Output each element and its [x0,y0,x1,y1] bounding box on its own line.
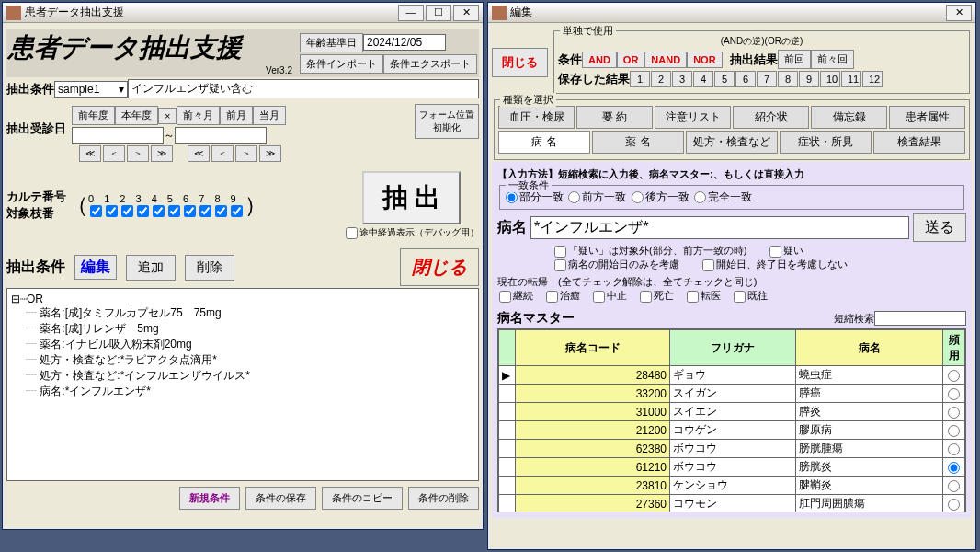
debug-checkbox[interactable] [346,227,358,239]
tab-薬 名[interactable]: 薬 名 [592,131,684,154]
nav-next-from[interactable]: ＞ [127,145,149,162]
condition-desc[interactable]: インフルエンザ疑い含む [128,79,479,98]
nav-prev-to[interactable]: ＜ [211,145,234,162]
tab-検査結果[interactable]: 検査結果 [873,131,965,154]
karte-chk-0[interactable] [90,205,102,217]
freq-radio[interactable] [948,407,960,419]
titlebar[interactable]: 患者データ抽出支援 — ☐ ✕ [3,3,483,23]
saved-slot-8[interactable]: 8 [778,71,798,87]
freq-radio[interactable] [948,480,960,492]
karte-chk-6[interactable] [184,205,196,217]
nav-next-to[interactable]: ＞ [235,145,257,162]
nand-button[interactable]: NAND [644,52,687,68]
tenki-治癒[interactable]: 治癒 [544,290,580,301]
clear-date-button[interactable]: × [158,108,177,124]
chk-suspect[interactable]: 疑い [768,245,803,256]
chk-suspect-exclude[interactable]: 「疑い」は対象外(部分、前方一致の時) [553,245,746,256]
chk-start-only[interactable]: 病名の開始日のみを考慮 [553,259,679,270]
tree-item[interactable]: ┈ 病名:*インフルエンザ* [26,384,474,399]
maximize-button[interactable]: ☐ [426,5,451,21]
saved-slot-3[interactable]: 3 [672,71,692,87]
saved-slot-9[interactable]: 9 [799,71,819,87]
saved-slot-5[interactable]: 5 [714,71,735,87]
table-row[interactable]: 21200コウゲン膠原病 [499,421,965,440]
table-row[interactable]: 23810ケンショウ腱鞘炎 [499,477,965,495]
condition-select[interactable]: sample1▾ [54,81,128,98]
table-row[interactable]: 62380ボウコウ膀胱腫瘍 [499,440,965,458]
chk-ignore-dates[interactable]: 開始日、終了日を考慮しない [701,259,848,270]
tree-item[interactable]: ┈ 薬名:[成]タミフルカプセル75 75mg [26,305,474,321]
freq-radio[interactable] [948,462,960,474]
tenki-継続[interactable]: 継続 [497,290,533,301]
condition-tree[interactable]: ⊟┈OR ┈ 薬名:[成]タミフルカプセル75 75mg┈ 薬名:[成]リレンザ… [6,288,479,481]
copy-cond-button[interactable]: 条件のコピー [322,487,403,510]
match-opt-2[interactable]: 後方一致 [630,190,689,203]
export-button[interactable]: 条件エクスポート [383,54,477,74]
karte-chk-5[interactable] [168,205,180,217]
prev2-month-button[interactable]: 前々月 [177,106,220,125]
freq-radio[interactable] [948,425,960,437]
tab-備忘録[interactable]: 備忘録 [811,106,887,129]
nav-prev-from[interactable]: ＜ [103,145,125,162]
match-opt-0[interactable]: 部分一致 [504,190,564,203]
form-reset-button[interactable]: フォーム位置 初期化 [415,104,479,139]
tenki-死亡[interactable]: 死亡 [638,290,674,301]
saved-slot-11[interactable]: 11 [841,71,861,87]
tree-root[interactable]: ⊟┈OR [11,293,474,305]
table-row[interactable]: 31000スイエン膵炎 [499,403,965,421]
close-button-edit[interactable]: ✕ [946,5,972,21]
nav-first-to[interactable]: ≪ [188,145,210,162]
tab-症状・所見[interactable]: 症状・所見 [780,131,872,154]
send-button[interactable]: 送る [913,213,966,242]
freq-radio[interactable] [948,370,960,382]
nav-last-to[interactable]: ≫ [259,145,281,162]
tab-要 約[interactable]: 要 約 [576,106,653,129]
and-button[interactable]: AND [582,52,617,68]
match-opt-3[interactable]: 完全一致 [692,190,752,203]
tree-item[interactable]: ┈ 薬名:イナビル吸入粉末剤20mg [26,337,474,352]
tenki-中止[interactable]: 中止 [591,290,627,301]
date-to[interactable] [175,127,267,144]
disease-input[interactable]: *インフルエンザ* [530,216,909,239]
freq-radio[interactable] [948,499,960,511]
saved-slot-10[interactable]: 10 [820,71,840,87]
nor-button[interactable]: NOR [687,52,722,68]
new-cond-button[interactable]: 新規条件 [179,487,240,510]
tab-病 名[interactable]: 病 名 [498,131,590,154]
minimize-button[interactable]: — [398,5,424,21]
th-kana[interactable]: フリガナ [670,330,796,366]
prev-year-button[interactable]: 前年度 [72,106,115,125]
saved-slot-12[interactable]: 12 [862,71,883,87]
tree-item[interactable]: ┈ 処方・検査など:*インフルエンザウイルス* [26,368,474,384]
karte-chk-3[interactable] [137,205,149,217]
prev2-button[interactable]: 前々回 [811,50,854,69]
tree-item[interactable]: ┈ 薬名:[成]リレンザ 5mg [26,321,474,337]
titlebar-edit[interactable]: 編集 ✕ [488,3,975,23]
karte-chk-2[interactable] [121,205,133,217]
karte-chk-8[interactable] [215,205,227,217]
tab-紹介状[interactable]: 紹介状 [733,106,809,129]
table-row[interactable]: 27360コウモン肛門周囲膿瘍 [499,495,965,513]
add-button[interactable]: 追加 [126,255,176,281]
nav-first-from[interactable]: ≪ [79,145,101,162]
saved-slot-7[interactable]: 7 [757,71,777,87]
karte-chk-4[interactable] [153,205,165,217]
close-button-big[interactable]: 閉じる [400,248,479,286]
or-button[interactable]: OR [617,52,645,68]
date-from[interactable] [72,127,164,144]
karte-chk-1[interactable] [106,205,118,217]
this-year-button[interactable]: 本年度 [115,106,158,125]
save-cond-button[interactable]: 条件の保存 [245,487,316,510]
saved-slot-2[interactable]: 2 [651,71,671,87]
tab-注意リスト[interactable]: 注意リスト [655,106,731,129]
match-opt-1[interactable]: 前方一致 [566,190,626,203]
tab-血圧・検尿[interactable]: 血圧・検尿 [498,106,575,129]
prev-month-button[interactable]: 前月 [220,106,253,125]
saved-slot-6[interactable]: 6 [735,71,756,87]
age-ref-date[interactable]: 2024/12/05 [363,34,446,51]
freq-radio[interactable] [948,388,960,400]
close-panel-button[interactable]: 閉じる [492,48,548,77]
this-month-button[interactable]: 当月 [253,106,286,125]
edit-button[interactable]: 編集 [74,255,117,280]
tab-処方・検査など[interactable]: 処方・検査など [686,131,778,154]
